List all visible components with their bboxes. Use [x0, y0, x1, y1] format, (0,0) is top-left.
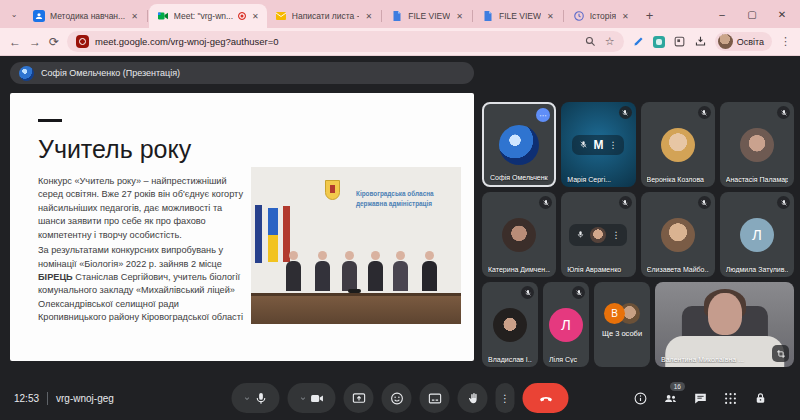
bookmark-star-icon[interactable]: ☆ — [605, 36, 615, 47]
mic-muted-badge — [698, 106, 711, 119]
browser-toolbar: ← → ⟳ meet.google.com/vrg-wnoj-geg?authu… — [0, 28, 800, 56]
presenter-banner[interactable]: Софія Омельченко (Презентація) — [10, 62, 474, 84]
emoji-smile-icon — [389, 391, 404, 406]
tile-menu-icon[interactable]: ⋮ — [608, 140, 617, 150]
address-bar[interactable]: meet.google.com/vrg-wnoj-geg?authuser=0 … — [67, 31, 624, 52]
participant-tile-valentyna-video[interactable]: Валентина Миколаївна ... — [655, 282, 794, 367]
present-screen-icon — [351, 391, 366, 406]
activities-button[interactable] — [723, 391, 738, 406]
tab-close-icon[interactable]: ✕ — [131, 12, 138, 21]
zoom-icon[interactable] — [584, 35, 597, 48]
raise-hand-button[interactable] — [458, 383, 488, 413]
participant-tile-liliia[interactable]: Л Ліля Сус — [543, 282, 589, 367]
avatar — [661, 218, 695, 252]
tab-label: Написати листа - — [292, 11, 360, 21]
meeting-details-button[interactable] — [633, 391, 648, 406]
photo-person — [367, 251, 384, 291]
participant-grid: ⋯ Софія Омельченко M ⋮ Марія Сергі... — [482, 102, 794, 376]
tab-close-icon[interactable]: ✕ — [365, 12, 372, 21]
tab-meet-active[interactable]: Meet: "vrg-wn... ✕ — [149, 4, 267, 28]
window-controls: – ▢ ✕ — [707, 0, 797, 28]
people-button[interactable]: 16 — [663, 391, 678, 406]
tab-mail[interactable]: Написати листа - ✕ — [267, 4, 380, 28]
present-screen-button[interactable] — [344, 383, 374, 413]
meet-control-bar: 12:53 vrg-wnoj-geg — [0, 376, 800, 420]
picture-in-picture-button[interactable] — [772, 345, 789, 362]
tab-label: Методика навчан... — [50, 11, 125, 21]
minimize-button[interactable]: – — [707, 0, 737, 28]
participant-tile-veronika[interactable]: Вероніка Козлова — [641, 102, 715, 187]
slide-body: Конкурс «Учитель року» – найпрестижніший… — [38, 175, 246, 325]
chevron-down-icon — [243, 394, 252, 403]
meet-app: Софія Омельченко (Презентація) Учитель р… — [0, 56, 800, 420]
tile-menu-icon[interactable]: ⋯ — [536, 108, 550, 122]
reactions-button[interactable] — [382, 383, 412, 413]
file-icon — [482, 10, 494, 22]
new-tab-button[interactable]: + — [637, 8, 663, 23]
avatar — [718, 34, 733, 49]
laureate-name: БІРЕЦЬ — [38, 272, 73, 282]
tab-file-view-1[interactable]: FILE VIEW ✕ — [383, 4, 471, 28]
tab-close-icon[interactable]: ✕ — [456, 12, 463, 21]
tab-label: Meet: "vrg-wn... — [174, 11, 233, 21]
pen-icon[interactable] — [632, 35, 645, 48]
mic-muted-badge — [698, 196, 711, 209]
tab-close-icon[interactable]: ✕ — [547, 12, 554, 21]
file-icon — [391, 10, 403, 22]
tab-group-icon[interactable] — [673, 35, 686, 48]
avatar — [661, 128, 695, 162]
photo-person — [392, 251, 409, 291]
recording-dot-icon — [238, 12, 246, 20]
chat-button[interactable] — [693, 391, 708, 406]
tab-methodyka[interactable]: Методика навчан... ✕ — [25, 4, 146, 28]
profile-chip[interactable]: Освіта — [715, 32, 772, 51]
camera-button[interactable] — [288, 383, 336, 413]
tab-label: FILE VIEW — [499, 11, 541, 21]
reload-button[interactable]: ⟳ — [49, 36, 59, 48]
participant-tile-anastasiia[interactable]: Анастасія Паламар... — [720, 102, 794, 187]
photo-person — [285, 251, 302, 291]
mic-icon — [254, 391, 269, 406]
tab-recording-indicator-icon — [76, 35, 89, 48]
participant-tile-vladyslav[interactable]: Владислав І... — [482, 282, 538, 367]
end-call-button[interactable] — [523, 383, 569, 413]
mic-button[interactable] — [232, 383, 280, 413]
participant-tile-kateryna[interactable]: Катерина Димчен... — [482, 192, 556, 277]
more-people-tile[interactable]: В Ще 3 особи — [594, 282, 650, 367]
maximize-button[interactable]: ▢ — [737, 0, 767, 28]
meeting-code: vrg-wnoj-geg — [56, 393, 114, 404]
url-text: meet.google.com/vrg-wnoj-geg?authuser=0 — [95, 36, 578, 47]
tab-close-icon[interactable]: ✕ — [622, 12, 629, 21]
download-icon[interactable] — [694, 35, 707, 48]
avatar: Л — [740, 218, 774, 252]
tile-menu-icon[interactable]: ⋮ — [611, 230, 620, 240]
participant-tile-lyudmyla[interactable]: Л Людмила Затулив... — [720, 192, 794, 277]
close-window-button[interactable]: ✕ — [767, 0, 797, 28]
profile-label: Освіта — [737, 37, 764, 47]
participant-tile-yuliia[interactable]: ⋮ Юлія Авраменко — [561, 192, 635, 277]
captions-button[interactable] — [420, 383, 450, 413]
more-options-button[interactable]: ⋮ — [496, 383, 515, 413]
forward-button[interactable]: → — [29, 36, 41, 48]
apps-grid-icon — [723, 391, 738, 406]
tab-history[interactable]: Історія ✕ — [565, 4, 637, 28]
tab-label: Історія — [590, 11, 616, 21]
host-controls-button[interactable] — [753, 391, 768, 406]
tab-file-view-2[interactable]: FILE VIEW ✕ — [474, 4, 562, 28]
presenter-banner-label: Софія Омельченко (Презентація) — [41, 68, 180, 78]
tile-hover-controls: ⋮ — [569, 224, 627, 246]
info-icon — [633, 391, 648, 406]
tab-search-button[interactable]: ⌄ — [3, 2, 25, 26]
mic-muted-badge — [572, 286, 585, 299]
browser-menu-icon[interactable]: ⋮ — [780, 35, 791, 48]
participant-tile-mariia[interactable]: M ⋮ Марія Сергі... — [561, 102, 635, 187]
back-button[interactable]: ← — [9, 36, 21, 48]
avatar — [590, 227, 606, 243]
extension-icon[interactable] — [653, 36, 665, 48]
lock-icon — [753, 391, 768, 406]
tab-close-icon[interactable]: ✕ — [252, 12, 259, 21]
mail-icon — [275, 10, 287, 22]
participant-tile-yelyzaveta[interactable]: Єлизавета Майбо... — [641, 192, 715, 277]
captions-icon — [427, 391, 442, 406]
participant-tile-sofiia[interactable]: ⋯ Софія Омельченко — [482, 102, 556, 187]
